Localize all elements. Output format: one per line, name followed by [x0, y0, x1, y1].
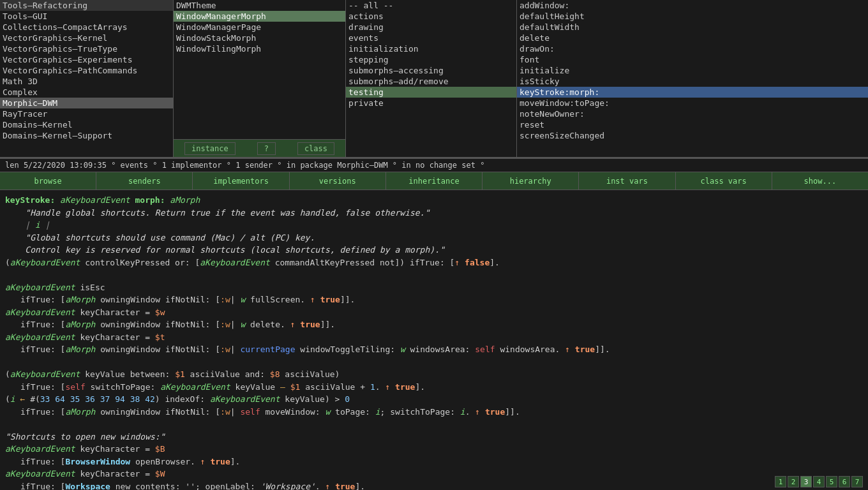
method-list-item[interactable]: font — [517, 54, 868, 65]
protocol-list-item[interactable]: submorphs–add/remove — [346, 76, 516, 87]
code-panel[interactable]: keyStroke: aKeyboardEvent morph: aMorph … — [0, 190, 868, 490]
protocol-list-item[interactable]: actions — [346, 11, 516, 22]
method-list[interactable]: addWindow:defaultHeightdefaultWidthdelet… — [517, 0, 868, 157]
code-comment2: "Global shortcuts should use command (Ma… — [5, 232, 863, 244]
code-line8: (aKeyboardEvent keyValue between: $1 asc… — [5, 368, 863, 381]
method-list-item[interactable]: defaultWidth — [517, 22, 868, 33]
status-bar: len 5/22/2020 13:09:35 ° events ° 1 impl… — [0, 158, 868, 172]
code-comment: "Handle global shortcuts. Return true if… — [5, 207, 863, 219]
category-button[interactable]: class — [297, 142, 334, 155]
class-list-item[interactable]: Domains–Kernel — [0, 119, 173, 130]
page-button[interactable]: 3 — [800, 476, 812, 487]
class-list-item[interactable]: Tools–Refactoring — [0, 0, 173, 11]
classname-wrapper: DWMThemeWindowManagerMorphWindowManagerP… — [174, 0, 346, 157]
protocol-list-item[interactable]: initialization — [346, 43, 516, 54]
code-separator: | i | — [5, 219, 863, 232]
classname-list-item[interactable]: WindowManagerPage — [174, 22, 345, 33]
classname-list-item[interactable]: WindowStackMorph — [174, 33, 345, 43]
protocol-list-item[interactable]: -- all -- — [346, 0, 516, 11]
code-line11: ifTrue: [aMorph owningWindow ifNotNil: [… — [5, 406, 863, 419]
method-list-item[interactable]: delete — [517, 33, 868, 43]
class-list-item[interactable]: Math 3D — [0, 76, 173, 87]
instance-class-buttons: instance?class — [174, 139, 345, 157]
protocol-list-item[interactable]: stepping — [346, 54, 516, 65]
code-line9: ifTrue: [self switchToPage: aKeyboardEve… — [5, 381, 863, 394]
code-line1: (aKeyboardEvent controlKeyPressed or: [a… — [5, 256, 863, 269]
class-list-item[interactable]: VectorGraphics–PathCommands — [0, 65, 173, 76]
class-list-item[interactable]: Domains–Kernel–Support — [0, 130, 173, 141]
page-button[interactable]: 4 — [813, 476, 825, 487]
code-line13: aKeyboardEvent keyCharacter = $B — [5, 443, 863, 456]
code-line5: ifTrue: [aMorph owningWindow ifNotNil: [… — [5, 318, 863, 331]
class-list-item[interactable]: VectorGraphics–TrueType — [0, 43, 173, 54]
protocol-list-item[interactable]: private — [346, 98, 516, 108]
method-list-item[interactable]: keyStroke:morph: — [517, 87, 868, 98]
page-button[interactable]: 2 — [788, 476, 799, 487]
pagination: 1234567 — [775, 476, 863, 487]
page-button[interactable]: 7 — [851, 476, 863, 487]
status-text: len 5/22/2020 13:09:35 ° events ° 1 impl… — [5, 161, 484, 170]
toolbar-button[interactable]: browse — [0, 172, 96, 189]
class-list-item[interactable]: Tools–GUI — [0, 11, 173, 22]
bottom-area: keyStroke: aKeyboardEvent morph: aMorph … — [0, 190, 868, 490]
protocol-list-item[interactable]: testing — [346, 87, 516, 98]
toolbar-button[interactable]: show... — [772, 172, 868, 189]
classname-list-item[interactable]: DWMTheme — [174, 0, 345, 11]
code-signature: keyStroke: aKeyboardEvent morph: aMorph — [5, 194, 863, 207]
class-list-item[interactable]: VectorGraphics–Experiments — [0, 54, 173, 65]
code-line3: ifTrue: [aMorph owningWindow ifNotNil: [… — [5, 293, 863, 306]
class-list-item[interactable]: VectorGraphics–Kernel — [0, 33, 173, 43]
toolbar-button[interactable]: versions — [290, 172, 386, 189]
code-line12: "Shortcuts to open new windows:" — [5, 431, 863, 443]
code-line6: aKeyboardEvent keyCharacter = $t — [5, 331, 863, 344]
code-line2: aKeyboardEvent isEsc — [5, 281, 863, 294]
method-list-item[interactable]: defaultHeight — [517, 11, 868, 22]
page-button[interactable]: 1 — [775, 476, 786, 487]
toolbar-button[interactable]: inheritance — [386, 172, 483, 189]
code-line16: ifTrue: [Workspace new contents: ''; ope… — [5, 480, 863, 491]
toolbar-button[interactable]: hierarchy — [483, 172, 579, 189]
code-line7: ifTrue: [aMorph owningWindow ifNotNil: [… — [5, 343, 863, 356]
class-list[interactable]: Tools–RefactoringTools–GUICollections–Co… — [0, 0, 174, 157]
code-line10: (i ← #(33 64 35 36 37 94 38 42) indexOf:… — [5, 393, 863, 406]
method-list-item[interactable]: isSticky — [517, 76, 868, 87]
method-list-item[interactable]: moveWindow:toPage: — [517, 98, 868, 108]
code-line14: ifTrue: [BrowserWindow openBrowser. ↑ tr… — [5, 456, 863, 468]
main-layout: Tools–RefactoringTools–GUICollections–Co… — [0, 0, 868, 490]
class-list-item[interactable]: Morphic–DWM — [0, 98, 173, 108]
code-comment3: Control key is reserved for normal short… — [5, 244, 863, 256]
method-list-item[interactable]: initialize — [517, 65, 868, 76]
classname-list[interactable]: DWMThemeWindowManagerMorphWindowManagerP… — [174, 0, 346, 139]
class-list-item[interactable]: RayTracer — [0, 108, 173, 119]
toolbar-button[interactable]: inst vars — [579, 172, 675, 189]
page-button[interactable]: 6 — [839, 476, 850, 487]
code-line4: aKeyboardEvent keyCharacter = $w — [5, 306, 863, 319]
toolbar-button[interactable]: implementors — [193, 172, 289, 189]
classname-list-item[interactable]: WindowTilingMorph — [174, 43, 345, 54]
page-button[interactable]: 5 — [826, 476, 837, 487]
toolbar-button[interactable]: class vars — [676, 172, 772, 189]
top-panel: Tools–RefactoringTools–GUICollections–Co… — [0, 0, 868, 158]
protocol-list-item[interactable]: events — [346, 33, 516, 43]
method-list-item[interactable]: addWindow: — [517, 0, 868, 11]
method-list-item[interactable]: drawOn: — [517, 43, 868, 54]
code-line15: aKeyboardEvent keyCharacter = $W — [5, 468, 863, 480]
method-list-item[interactable]: noteNewOwner: — [517, 108, 868, 119]
category-button[interactable]: instance — [184, 142, 236, 155]
protocol-list-item[interactable]: submorphs–accessing — [346, 65, 516, 76]
category-button[interactable]: ? — [257, 142, 276, 155]
classname-list-item[interactable]: WindowManagerMorph — [174, 11, 345, 22]
toolbar: browsesendersimplementorsversionsinherit… — [0, 172, 868, 190]
class-list-item[interactable]: Complex — [0, 87, 173, 98]
protocol-list[interactable]: -- all --actionsdrawingeventsinitializat… — [346, 0, 517, 157]
protocol-list-item[interactable]: drawing — [346, 22, 516, 33]
method-list-item[interactable]: reset — [517, 119, 868, 130]
class-list-item[interactable]: Collections–CompactArrays — [0, 22, 173, 33]
method-list-item[interactable]: screenSizeChanged — [517, 130, 868, 141]
toolbar-button[interactable]: senders — [96, 172, 193, 189]
